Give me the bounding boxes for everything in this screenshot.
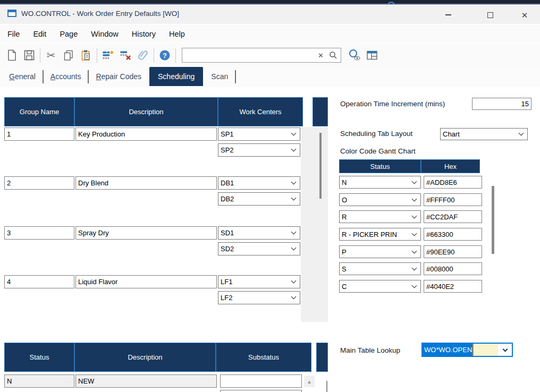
group-description-input[interactable]: [75, 176, 217, 190]
main-table-lookup-select[interactable]: WO*WO.OPEN: [421, 343, 513, 357]
gantt-status-select[interactable]: P: [339, 245, 421, 258]
group-description-input[interactable]: [75, 226, 217, 240]
menu-edit[interactable]: Edit: [33, 30, 46, 38]
gantt-hex-input[interactable]: [424, 176, 482, 189]
group-description-input[interactable]: [75, 127, 217, 141]
gantt-hex-input[interactable]: [424, 280, 482, 293]
gantt-status-select[interactable]: O: [339, 193, 421, 206]
attachment-button[interactable]: [135, 47, 151, 63]
main-table-lookup-label: Main Table Lookup: [340, 346, 400, 354]
work-center-select[interactable]: DB1: [218, 176, 300, 190]
toolbar-separator: [175, 48, 176, 63]
menu-window[interactable]: Window: [91, 30, 119, 38]
menu-file[interactable]: File: [7, 30, 20, 38]
minimize-icon: [445, 14, 451, 15]
gantt-table-scrollbar[interactable]: [492, 186, 494, 254]
gantt-hex-input[interactable]: [424, 228, 482, 241]
status-table-scrollbar[interactable]: [326, 381, 327, 392]
gantt-status-select[interactable]: S: [339, 262, 421, 275]
help-button[interactable]: ?: [157, 47, 173, 63]
work-center-select[interactable]: LF2: [218, 291, 300, 304]
gantt-hex-input[interactable]: [424, 245, 482, 258]
substatus-input[interactable]: [220, 374, 302, 388]
titlebar: WO.CONTROL - Work Order Entry Defaults […: [0, 6, 540, 24]
menu-help[interactable]: Help: [169, 30, 185, 38]
toolbar-search: ✕: [182, 48, 341, 63]
search-preview-icon: [348, 48, 361, 62]
tab-scheduling[interactable]: Scheduling: [149, 67, 203, 86]
tab-scan[interactable]: Scan: [205, 72, 234, 81]
new-document-icon: [5, 49, 18, 62]
column-header-status: Status: [340, 160, 420, 173]
tab-general[interactable]: General: [3, 72, 41, 81]
tab-separator: [88, 70, 89, 83]
column-header-group-name: Group Name: [5, 98, 74, 126]
group-description-input[interactable]: [75, 275, 217, 288]
tab-repair-codes[interactable]: Repair Codes: [90, 72, 147, 81]
gantt-hex-input[interactable]: [424, 262, 482, 275]
tab-accounts[interactable]: Accounts: [45, 72, 87, 81]
work-center-select[interactable]: SP1: [218, 127, 300, 141]
background-window-icon: [387, 2, 395, 5]
lookup-dropdown-button[interactable]: [498, 344, 512, 356]
delete-row-button[interactable]: [117, 47, 133, 63]
attachment-icon: [137, 49, 149, 62]
scheduling-tab-layout-select[interactable]: Chart: [440, 128, 528, 140]
column-header-substatus: Substatus: [216, 343, 311, 371]
work-center-select[interactable]: SP2: [218, 143, 300, 157]
insert-row-button[interactable]: [100, 47, 116, 63]
insert-row-icon: [102, 49, 114, 62]
new-document-button[interactable]: [4, 47, 20, 63]
chevron-down-icon: [291, 147, 297, 152]
close-button[interactable]: ✕: [516, 7, 534, 23]
scroll-up-arrow[interactable]: ▲: [304, 376, 315, 387]
group-name-input[interactable]: [4, 176, 74, 190]
search-icon[interactable]: [329, 51, 338, 59]
group-name-input[interactable]: [4, 275, 74, 288]
chevron-down-icon: [502, 346, 508, 352]
work-center-select[interactable]: DB2: [218, 192, 300, 206]
work-center-select[interactable]: LF1: [218, 275, 300, 288]
layout-view-icon: [366, 49, 378, 62]
paste-button[interactable]: [78, 47, 94, 63]
search-input[interactable]: [185, 52, 318, 59]
gantt-table-header: Status Hex: [339, 159, 480, 173]
gantt-status-select[interactable]: C: [339, 280, 421, 293]
chevron-down-icon: [412, 283, 417, 288]
chevron-down-icon: [412, 196, 417, 201]
operation-time-input[interactable]: [472, 98, 531, 110]
cut-button[interactable]: ✂: [43, 47, 59, 63]
background-window-strip: [0, 0, 540, 5]
work-center-select[interactable]: SD1: [218, 226, 300, 240]
save-button[interactable]: [21, 47, 37, 63]
minimize-button[interactable]: [439, 7, 457, 23]
copy-icon: [62, 49, 75, 62]
status-description-field: [75, 374, 217, 388]
menu-history[interactable]: History: [132, 30, 156, 38]
menu-page[interactable]: Page: [60, 30, 78, 38]
groups-table-scrollbar[interactable]: [319, 133, 322, 199]
delete-row-icon: [119, 49, 132, 62]
gantt-status-select[interactable]: N: [339, 176, 421, 189]
clear-search-icon[interactable]: ✕: [318, 52, 324, 59]
chevron-down-icon: [412, 265, 417, 270]
copy-button[interactable]: [61, 47, 77, 63]
maximize-button[interactable]: [481, 7, 499, 23]
group-name-input[interactable]: [4, 127, 74, 141]
group-name-input[interactable]: [4, 226, 74, 240]
substatus-input-partial[interactable]: [220, 390, 302, 392]
column-header-description: Description: [75, 343, 215, 371]
work-center-select[interactable]: SD2: [218, 242, 300, 255]
gantt-status-select[interactable]: R: [339, 210, 421, 223]
chevron-down-icon: [519, 131, 524, 136]
scheduling-tab-layout-label: Scheduling Tab Layout: [340, 130, 412, 138]
lookup-field-background: [474, 344, 498, 356]
gantt-status-select[interactable]: R - PICKER PRIN: [339, 228, 421, 241]
search-preview-button[interactable]: [347, 47, 362, 63]
tab-separator: [43, 70, 44, 83]
column-header-work-centers: Work Centers: [218, 98, 302, 126]
gantt-hex-input[interactable]: [424, 193, 482, 206]
chevron-down-icon: [412, 178, 417, 184]
gantt-hex-input[interactable]: [424, 210, 482, 223]
layout-view-button[interactable]: [364, 47, 380, 63]
